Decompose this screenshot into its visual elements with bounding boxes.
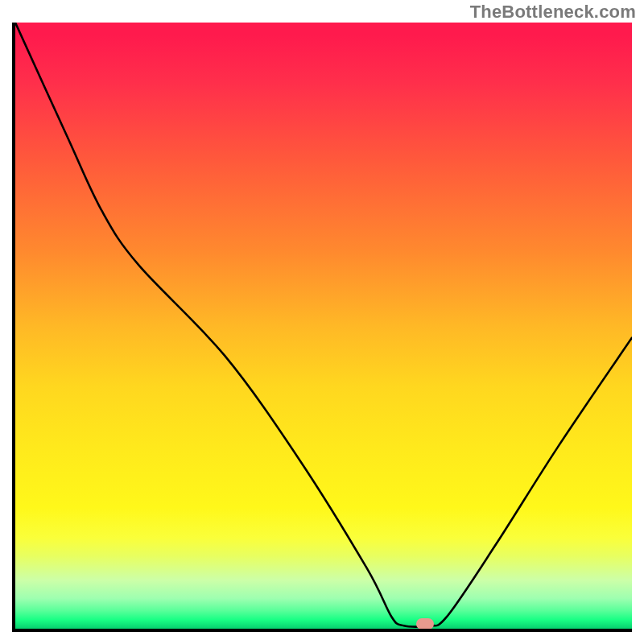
bottleneck-curve	[15, 23, 632, 629]
chart-container: TheBottleneck.com	[0, 0, 644, 644]
curve-path	[15, 23, 632, 627]
watermark-label: TheBottleneck.com	[470, 2, 636, 23]
plot-area	[12, 23, 632, 632]
optimal-point-marker	[416, 618, 434, 630]
